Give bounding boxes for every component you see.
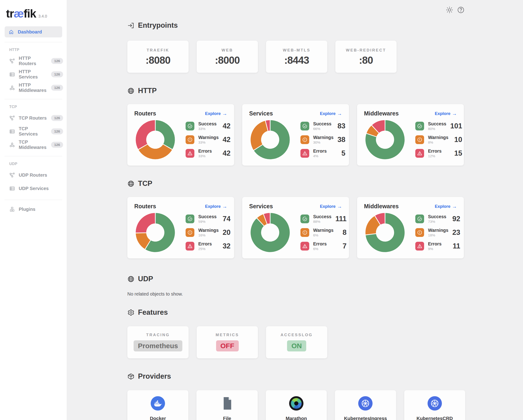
brand: træfik 3.4.0: [0, 0, 67, 26]
explore-label: Explore: [320, 204, 335, 209]
routers-icon: [9, 115, 15, 121]
logo-text: fik: [24, 7, 36, 20]
check-circle-icon: [186, 214, 194, 223]
count-badge: 126: [51, 85, 63, 91]
http-middlewares-card: MiddlewaresExplore→Success80%101Warnings…: [357, 104, 464, 166]
provider-card-marathon: Marathon: [266, 390, 327, 420]
section-udp: UDP No related objects to show.: [127, 275, 465, 297]
stat-percent: 33%: [198, 140, 219, 144]
stat-success: Success80%101: [415, 121, 462, 131]
logo-ae: æ: [14, 7, 24, 20]
alert-triangle-icon: [415, 242, 424, 251]
sidebar-sections: HTTPHTTP Routers126HTTP Services126HTTP …: [0, 48, 67, 195]
section-title: HTTP: [138, 87, 157, 95]
sidebar-item-tcp-middlewares[interactable]: TCP Middlewares126: [0, 138, 67, 151]
plugins-icon: [9, 206, 15, 212]
stat-percent: 25%: [198, 247, 212, 251]
stat-success: Success33%42: [186, 121, 231, 131]
explore-label: Explore: [435, 111, 450, 116]
stat-percent: 16%: [198, 233, 219, 237]
feature-name: TRACING: [127, 333, 188, 337]
stat-label: Success: [198, 121, 217, 127]
sidebar-item-label: HTTP Middlewares: [19, 82, 47, 93]
explore-link[interactable]: Explore→: [435, 111, 457, 116]
entrypoint-card-web-redirect: WEB-REDIRECT:80: [335, 41, 397, 73]
explore-link[interactable]: Explore→: [320, 204, 342, 209]
providers-heading: Providers: [127, 372, 465, 380]
feature-status-badge: OFF: [216, 340, 239, 351]
sidebar-item-label: HTTP Services: [19, 69, 47, 80]
explore-link[interactable]: Explore→: [205, 111, 227, 116]
sidebar: træfik 3.4.0 Dashboard HTTPHTTP Routers1…: [0, 0, 67, 420]
tcp-routers-card: RoutersExplore→Success59%74Warnings16%20…: [127, 197, 234, 258]
provider-card-file: File: [196, 390, 257, 420]
explore-link[interactable]: Explore→: [205, 204, 227, 209]
stat-label: Errors: [313, 241, 327, 247]
provider-name: Marathon: [266, 416, 327, 420]
stat-label: Errors: [313, 149, 327, 154]
kubernetes-icon: [428, 396, 442, 411]
stat-value: 20: [222, 228, 230, 237]
sidebar-item-dashboard[interactable]: Dashboard: [5, 26, 62, 37]
entrypoints-heading: Entrypoints: [127, 21, 465, 30]
card-title: Middlewares: [364, 110, 399, 117]
provider-cards: DockerFileMarathonKubernetesIngressKuber…: [127, 390, 465, 420]
stat-value: 23: [452, 228, 460, 237]
sidebar-section-label: UDP: [9, 162, 67, 166]
sidebar-section-http: HTTPHTTP Routers126HTTP Services126HTTP …: [0, 48, 67, 99]
sidebar-item-udp-routers[interactable]: UDP Routers: [0, 168, 67, 182]
donut-chart: [250, 212, 291, 253]
stat-label: Warnings: [198, 135, 219, 140]
arrow-right-icon: →: [452, 111, 457, 116]
alert-circle-icon: [301, 135, 309, 144]
stat-label: Success: [313, 121, 331, 127]
home-icon: [8, 29, 14, 35]
section-http: HTTPRoutersExplore→Success33%42Warnings3…: [127, 87, 465, 166]
sidebar-item-plugins[interactable]: Plugins: [0, 203, 67, 215]
sidebar-item-http-routers[interactable]: HTTP Routers126: [0, 54, 67, 68]
provider-card-kubernetesingress: KubernetesIngress: [335, 390, 396, 420]
sidebar-item-http-services[interactable]: HTTP Services126: [0, 68, 67, 81]
sidebar-item-http-middlewares[interactable]: HTTP Middlewares126: [0, 81, 67, 95]
entrypoint-cards: TRAEFIK:8080WEB:8000WEB-MTLS:8443WEB-RED…: [127, 41, 465, 73]
section-title: Entrypoints: [138, 21, 178, 30]
alert-triangle-icon: [415, 149, 424, 158]
stat-percent: 9%: [428, 247, 442, 251]
stat-warnings: Warnings16%20: [186, 228, 231, 237]
stat-label: Errors: [428, 241, 442, 247]
stat-errors: Errors25%32: [186, 241, 231, 251]
version-label: 3.4.0: [38, 14, 47, 19]
middlewares-icon: [9, 142, 15, 148]
stat-value: 92: [452, 215, 460, 223]
routers-icon: [9, 58, 15, 64]
stat-percent: 33%: [198, 154, 212, 158]
arrow-right-icon: →: [337, 204, 342, 209]
check-circle-icon: [301, 122, 309, 130]
stat-percent: 88%: [313, 220, 331, 224]
sidebar-item-tcp-routers[interactable]: TCP Routers126: [0, 111, 67, 125]
file-icon: [221, 396, 233, 411]
explore-label: Explore: [320, 111, 335, 116]
check-circle-icon: [415, 122, 424, 130]
feature-name: METRICS: [197, 333, 258, 337]
stat-label: Errors: [198, 149, 212, 154]
explore-label: Explore: [205, 204, 221, 209]
explore-link[interactable]: Explore→: [435, 204, 457, 209]
middlewares-icon: [9, 85, 15, 91]
stat-percent: 6%: [313, 233, 334, 237]
explore-link[interactable]: Explore→: [320, 111, 342, 116]
stat-percent: 73%: [428, 220, 446, 224]
sidebar-section-tcp: TCPTCP Routers126TCP Services126TCP Midd…: [0, 105, 67, 156]
sidebar-item-tcp-services[interactable]: TCP Services126: [0, 125, 67, 138]
stat-label: Errors: [428, 149, 442, 154]
stat-percent: 80%: [428, 127, 446, 131]
tcp-services-card: ServicesExplore→Success88%111Warnings6%8…: [242, 197, 349, 258]
stat-warnings: Warnings30%38: [301, 135, 345, 144]
stat-percent: 30%: [313, 140, 334, 144]
sidebar-item-udp-services[interactable]: UDP Services: [0, 182, 67, 195]
stat-label: Warnings: [313, 135, 334, 140]
check-circle-icon: [301, 214, 309, 223]
entrypoint-port: :80: [335, 55, 397, 66]
divider: [5, 99, 62, 99]
tcp-middlewares-card: MiddlewaresExplore→Success73%92Warnings1…: [357, 197, 464, 258]
